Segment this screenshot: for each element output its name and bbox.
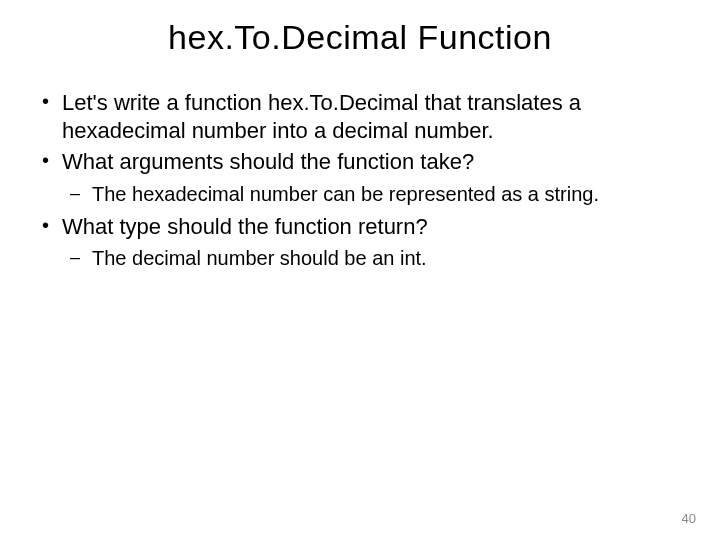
sub-bullet-item: The decimal number should be an int. <box>62 246 684 271</box>
sub-bullet-item: The hexadecimal number can be represente… <box>62 182 684 207</box>
slide-container: hex.To.Decimal Function Let's write a fu… <box>0 0 720 540</box>
bullet-text: What type should the function return? <box>62 214 428 239</box>
bullet-item: What type should the function return? Th… <box>36 213 684 272</box>
slide-content: Let's write a function hex.To.Decimal th… <box>36 89 684 271</box>
bullet-item: What arguments should the function take?… <box>36 148 684 207</box>
bullet-text: Let's write a function hex.To.Decimal th… <box>62 90 581 143</box>
slide-title: hex.To.Decimal Function <box>36 18 684 57</box>
bullet-item: Let's write a function hex.To.Decimal th… <box>36 89 684 144</box>
page-number: 40 <box>682 511 696 526</box>
sub-bullet-list: The decimal number should be an int. <box>62 246 684 271</box>
bullet-text: What arguments should the function take? <box>62 149 474 174</box>
sub-bullet-list: The hexadecimal number can be represente… <box>62 182 684 207</box>
bullet-list: Let's write a function hex.To.Decimal th… <box>36 89 684 271</box>
sub-bullet-text: The decimal number should be an int. <box>92 247 427 269</box>
sub-bullet-text: The hexadecimal number can be represente… <box>92 183 599 205</box>
